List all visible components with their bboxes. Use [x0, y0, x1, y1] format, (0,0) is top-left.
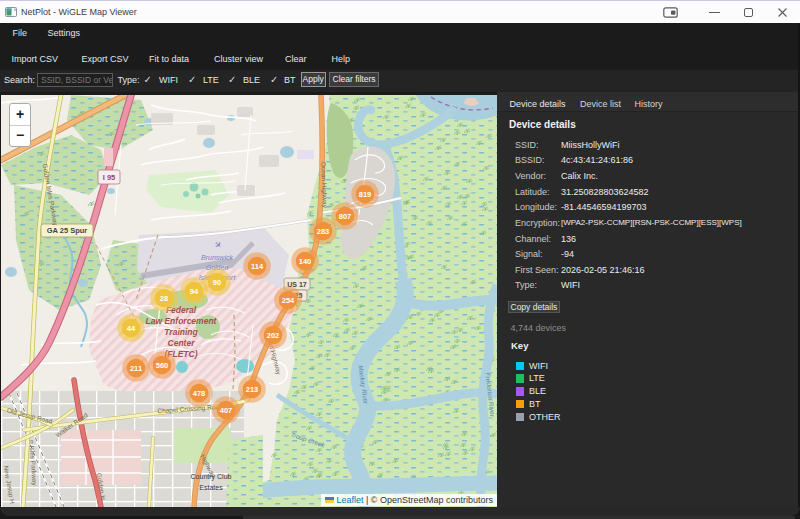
svg-text:283: 283 [317, 227, 330, 236]
svg-text:140: 140 [299, 257, 312, 266]
svg-text:Estates: Estates [199, 484, 223, 491]
svg-text:Training: Training [164, 327, 198, 337]
svg-text:Brunswick: Brunswick [201, 254, 233, 261]
svg-text:807: 807 [339, 212, 352, 221]
svg-text:560: 560 [156, 361, 169, 370]
svg-text:254: 254 [282, 296, 295, 305]
svg-text:114: 114 [251, 262, 264, 271]
svg-text:44: 44 [127, 324, 136, 333]
svg-text:478: 478 [193, 389, 206, 398]
svg-text:90: 90 [213, 278, 221, 287]
svg-text:819: 819 [359, 190, 372, 199]
svg-text:GA 25 Spur: GA 25 Spur [47, 226, 88, 235]
svg-text:94: 94 [190, 287, 199, 296]
svg-text:28: 28 [160, 294, 168, 303]
svg-text:202: 202 [267, 331, 280, 340]
svg-text:Center: Center [168, 338, 196, 348]
svg-text:211: 211 [130, 364, 142, 373]
svg-text:407: 407 [220, 406, 233, 415]
svg-text:Law Enforcement: Law Enforcement [146, 316, 218, 326]
svg-text:I 95: I 95 [103, 173, 116, 182]
svg-text:Country Club: Country Club [191, 473, 232, 481]
svg-text:213: 213 [246, 385, 259, 394]
